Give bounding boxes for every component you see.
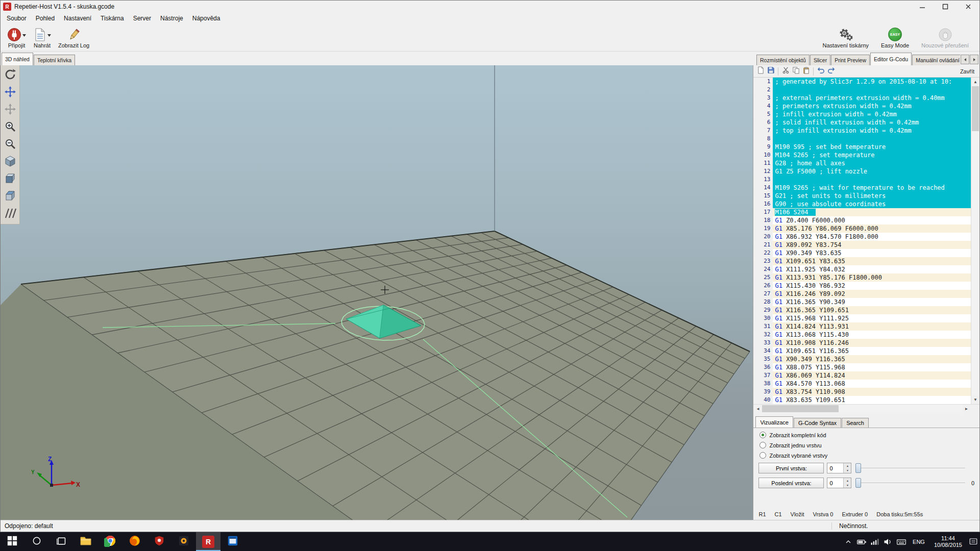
editor-redo-button[interactable] (826, 66, 836, 77)
slider-thumb[interactable] (855, 478, 861, 488)
tray-network-icon[interactable] (868, 532, 881, 551)
first-layer-label[interactable]: První vrstva: (758, 463, 824, 473)
tray-chevron-up-icon[interactable] (842, 532, 855, 551)
vertical-scroll-thumb[interactable] (972, 86, 979, 131)
menu-server[interactable]: Server (129, 13, 156, 23)
gcode-line[interactable]: 14M109 S265 ; wait for temperature to be… (753, 184, 971, 192)
gcode-line[interactable]: 28G1 X116.365 Y90.349 (753, 298, 971, 306)
gcode-line[interactable]: 31G1 X114.824 Y113.931 (753, 322, 971, 331)
last-layer-spinner[interactable]: 0 ▲▼ (827, 478, 851, 488)
gcode-line[interactable]: 26G1 X115.430 Y86.932 (753, 282, 971, 290)
taskbar-app-red-button[interactable] (147, 532, 172, 551)
radio-icon[interactable] (760, 432, 766, 438)
gcode-line[interactable]: 35G1 X90.349 Y116.365 (753, 355, 971, 363)
radio-zobrazit-vybrane-vrstvy[interactable]: Zobrazit vybrané vrstvy (760, 452, 979, 459)
gcode-line[interactable]: 25G1 X113.931 Y85.176 F1800.000 (753, 273, 971, 282)
toolbar-load-button[interactable]: Nahrát (30, 24, 55, 51)
language-indicator[interactable]: ENG (908, 532, 929, 551)
editor-close-button[interactable]: Zavřít (960, 68, 977, 74)
viewtool-rotate-button[interactable] (2, 67, 19, 84)
viewtool-view-top-button[interactable] (2, 188, 19, 205)
viewtool-view-front-button[interactable] (2, 171, 19, 188)
gcode-line[interactable]: 17M106 S204 (753, 208, 971, 216)
scroll-right-icon[interactable]: ► (962, 405, 971, 413)
gcode-line[interactable]: 13 (753, 176, 971, 184)
menu-soubor[interactable]: Soubor (2, 13, 31, 23)
gcode-line[interactable]: 34G1 X109.651 Y116.365 (753, 347, 971, 355)
maximize-button[interactable] (934, 1, 957, 13)
taskbar-file-explorer-button[interactable] (74, 532, 98, 551)
gcode-line[interactable]: 37G1 X86.069 Y114.824 (753, 371, 971, 380)
gcode-line[interactable]: 27G1 X116.246 Y89.092 (753, 290, 971, 298)
dropdown-caret-icon[interactable] (22, 32, 26, 38)
gcode-line[interactable]: 11G28 ; home all axes (753, 159, 971, 167)
tab-editor-gcodu[interactable]: Editor G-Codu (870, 53, 912, 65)
taskbar-task-view-button[interactable] (49, 532, 74, 551)
menu-napoveda[interactable]: Nápověda (188, 13, 225, 23)
spin-up-icon[interactable]: ▲ (844, 463, 851, 468)
editor-cut-button[interactable] (780, 66, 791, 77)
last-layer-slider[interactable] (854, 478, 966, 488)
spin-down-icon[interactable]: ▼ (844, 468, 851, 473)
viewtool-zoom-in-button[interactable] (2, 119, 19, 136)
gcode-line[interactable]: 22G1 X90.349 Y83.635 (753, 249, 971, 257)
gcode-line[interactable]: 6; solid infill extrusion width = 0.42mm (753, 118, 971, 127)
taskbar-app-media-button[interactable] (172, 532, 196, 551)
toolbar-log-button[interactable]: Zobrazit Log (55, 24, 93, 51)
taskbar-chrome-button[interactable] (98, 532, 122, 551)
first-layer-spinner[interactable]: 0 ▲▼ (827, 463, 851, 473)
viz-tab-search[interactable]: Search (842, 418, 869, 428)
gcode-line[interactable]: 29G1 X116.365 Y109.651 (753, 306, 971, 314)
radio-zobrazit-kompletni-kod[interactable]: Zobrazit kompletní kód (760, 432, 979, 438)
menu-nastroje[interactable]: Nástroje (156, 13, 188, 23)
tab-manualni-ovladani[interactable]: Manuální ovládání (912, 55, 960, 65)
gcode-line[interactable]: 20G1 X86.932 Y84.570 F1800.000 (753, 233, 971, 241)
viewtool-move-view-button[interactable] (2, 102, 19, 118)
last-layer-value[interactable]: 0 (827, 478, 843, 488)
viz-tab-gcode-syntax[interactable]: G-Code Syntax (794, 418, 841, 428)
gcode-line[interactable]: 10M104 S265 ; set temperature (753, 151, 971, 159)
tab-teplotni-krivka[interactable]: Teplotní křivka (34, 55, 75, 65)
viewtool-move-obj-button[interactable] (2, 84, 19, 101)
3d-viewport[interactable]: ZXY (1, 65, 753, 520)
gcode-line[interactable]: 38G1 X84.570 Y113.068 (753, 380, 971, 388)
editor-copy-button[interactable] (791, 66, 801, 77)
gcode-line[interactable]: 33G1 X110.908 Y116.246 (753, 339, 971, 347)
last-layer-label[interactable]: Poslední vrstva: (758, 478, 824, 488)
gcode-line[interactable]: 4; perimeters extrusion width = 0.42mm (753, 102, 971, 110)
tab-scroll-left-button[interactable] (961, 55, 969, 64)
gcode-line[interactable]: 19G1 X85.176 Y86.069 F6000.000 (753, 224, 971, 233)
viz-tab-vizualizace[interactable]: Vizualizace (755, 416, 793, 428)
menu-nastaveni[interactable]: Nastavení (59, 13, 96, 23)
radio-icon[interactable] (760, 452, 766, 459)
gcode-line[interactable]: 15G21 ; set units to millimeters (753, 192, 971, 200)
viewtool-zoom-out-button[interactable] (2, 136, 19, 153)
gcode-line[interactable]: 24G1 X111.925 Y84.032 (753, 265, 971, 273)
close-button[interactable] (957, 1, 979, 13)
tray-battery-icon[interactable] (855, 532, 868, 551)
gcode-line[interactable]: 2 (753, 86, 971, 94)
radio-zobrazit-jednu-vrstvu[interactable]: Zobrazit jednu vrstvu (760, 442, 979, 448)
spin-up-icon[interactable]: ▲ (844, 478, 851, 483)
menu-pohled[interactable]: Pohled (31, 13, 59, 23)
gcode-line[interactable]: 8 (753, 135, 971, 143)
horizontal-scroll-track[interactable] (762, 405, 962, 413)
toolbar-connect-button[interactable]: Připojit (4, 24, 30, 51)
gcode-line[interactable]: 1; generated by Slic3r 1.2.9 on 2015-08-… (753, 78, 971, 86)
editor-horizontal-scrollbar[interactable]: ◄ ► (753, 404, 979, 413)
gcode-line[interactable]: 39G1 X83.754 Y110.908 (753, 388, 971, 396)
first-layer-value[interactable]: 0 (827, 463, 843, 473)
gcode-line[interactable]: 9M190 S95 ; set bed temperature (753, 143, 971, 151)
gcode-line[interactable]: 12G1 Z5 F5000 ; lift nozzle (753, 167, 971, 176)
gcode-line[interactable]: 30G1 X115.968 Y111.925 (753, 314, 971, 322)
tab-slicer[interactable]: Slicer (810, 55, 830, 65)
viewtool-view-iso-button[interactable] (2, 154, 19, 170)
editor-paste-button[interactable] (801, 66, 811, 77)
editor-save-button[interactable] (766, 66, 776, 77)
toolbar-gears-button[interactable]: Nastavení tiskárny (819, 24, 872, 51)
gcode-line[interactable]: 40G1 X83.635 Y109.651 (753, 396, 971, 404)
gcode-line[interactable]: 23G1 X109.651 Y83.635 (753, 257, 971, 265)
taskbar-repetier-host-button[interactable]: R (196, 532, 220, 551)
editor-body[interactable]: 1; generated by Slic3r 1.2.9 on 2015-08-… (753, 78, 979, 404)
editor-undo-button[interactable] (816, 66, 826, 77)
